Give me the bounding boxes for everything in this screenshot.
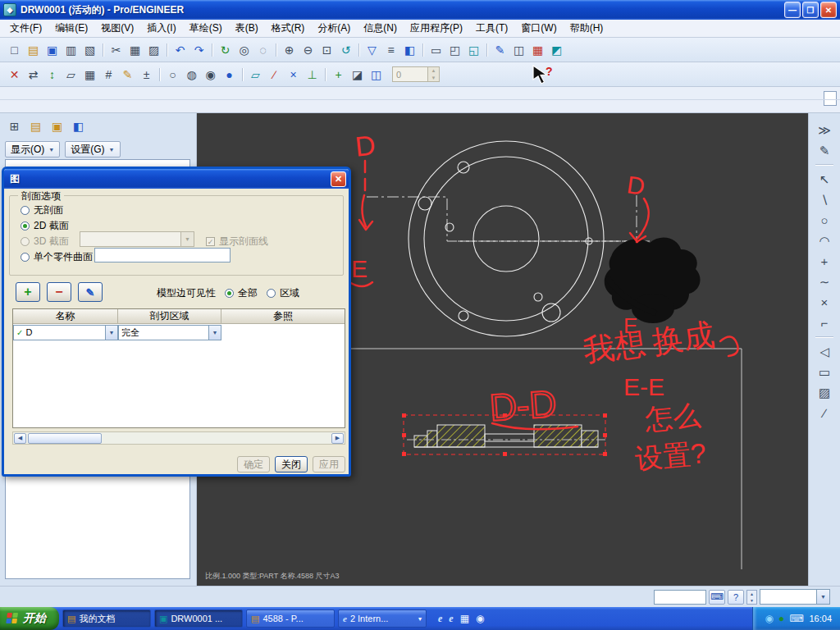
menu-table[interactable]: 表(B) (229, 20, 265, 37)
radio-single-surface[interactable] (21, 253, 30, 262)
copy-icon[interactable]: ▦ (126, 41, 144, 59)
markup-icon[interactable]: ✎ (814, 140, 835, 161)
update-sheets-icon[interactable]: ↕ (43, 66, 62, 84)
column-header-name[interactable]: 名称 (13, 309, 118, 324)
delete-segment-icon[interactable]: × (814, 292, 835, 313)
column-header-region[interactable]: 剖切区域 (118, 309, 221, 324)
zoom-in-icon[interactable]: ⊕ (280, 41, 299, 59)
edit-hatch-button[interactable]: ✎ (78, 282, 103, 302)
task-4588[interactable]: ▤ 4588 - P... (246, 609, 335, 628)
tree-columns-icon[interactable]: ⊞ (5, 117, 24, 135)
new-file-icon[interactable]: □ (5, 41, 24, 59)
filter-combo[interactable]: ▼ (760, 589, 830, 605)
display-dropdown-button[interactable]: 显示(O) ▼ (5, 141, 60, 158)
corner-tool-icon[interactable]: ⌐ (814, 313, 835, 333)
scale-spinner[interactable]: 0 ▲▼ (392, 66, 440, 82)
menu-sketch[interactable]: 草绘(S) (183, 20, 229, 37)
menu-help[interactable]: 帮助(H) (564, 20, 610, 37)
scrollbar-thumb[interactable] (28, 433, 102, 444)
line-tool-icon[interactable]: ∖ (814, 189, 835, 210)
menu-window[interactable]: 窗口(W) (514, 20, 563, 37)
spin-center-icon[interactable]: + (329, 66, 348, 84)
favorites-icon[interactable]: ▣ (48, 117, 66, 135)
cut-icon[interactable]: ✂ (107, 41, 126, 59)
menu-applications[interactable]: 应用程序(P) (404, 20, 469, 37)
mirror-tool-icon[interactable]: ◁ (814, 341, 835, 362)
new-window-icon[interactable]: ◰ (445, 41, 464, 59)
datum-points-icon[interactable]: × (284, 66, 303, 84)
task-my-documents[interactable]: ▤ 我的文档 (62, 609, 151, 628)
radio-visibility-all[interactable] (225, 289, 234, 298)
zoom-out-icon[interactable]: ⊖ (299, 41, 317, 59)
sketcher-tools-icon[interactable]: ✎ (491, 41, 509, 59)
restore-button[interactable]: ❒ (802, 2, 819, 18)
radio-row-none[interactable]: 无剖面 (21, 203, 63, 217)
sketch-icon[interactable]: ✎ (118, 66, 137, 84)
sheet-setup-icon[interactable]: ▱ (62, 66, 80, 84)
section-region-combo[interactable]: 完全 ▼ (118, 325, 221, 340)
ie-icon[interactable]: e (438, 613, 442, 625)
settings-dropdown-button[interactable]: 设置(G) ▼ (65, 141, 120, 158)
repaint-icon[interactable]: ↺ (336, 41, 355, 59)
shaded-icon[interactable]: ● (220, 66, 239, 84)
print-preview-icon[interactable]: ▧ (80, 41, 99, 59)
radio-no-section[interactable] (21, 206, 30, 215)
menu-file[interactable]: 文件(F) (3, 20, 48, 37)
zoom-fit-icon[interactable]: ⊡ (317, 41, 336, 59)
safety-tray-icon[interactable]: ● (778, 613, 784, 624)
menu-view[interactable]: 视图(V) (94, 20, 140, 37)
section-name-combo[interactable]: ✓ D ▼ (13, 325, 118, 340)
hidden-line-icon[interactable]: ◍ (182, 66, 201, 84)
task-drw0001[interactable]: ▣ DRW0001 ... (154, 609, 243, 628)
menu-format[interactable]: 格式(R) (265, 20, 312, 37)
window-icon[interactable]: ▭ (427, 41, 445, 59)
menu-insert[interactable]: 插入(I) (140, 20, 182, 37)
save-icon[interactable]: ▣ (43, 41, 62, 59)
redo-icon[interactable]: ↷ (189, 41, 208, 59)
paste-icon[interactable]: ▨ (144, 41, 163, 59)
grid-icon[interactable]: # (99, 66, 118, 84)
menu-edit[interactable]: 编辑(E) (48, 20, 94, 37)
view-manager-icon[interactable]: ◧ (400, 41, 419, 59)
no-hidden-icon[interactable]: ◉ (201, 66, 220, 84)
wireframe-icon[interactable]: ○ (163, 66, 182, 84)
axis-line-icon[interactable]: ∕ (814, 403, 835, 423)
radio-row-2d[interactable]: 2D 截面 (21, 219, 69, 233)
start-button[interactable]: 开始 (0, 607, 59, 630)
menu-tools[interactable]: 工具(T) (469, 20, 514, 37)
close-dialog-button[interactable]: 关闭 (275, 456, 308, 472)
minimize-button[interactable]: — (784, 2, 801, 18)
search-icon[interactable]: ◎ (235, 41, 253, 59)
overlay-window-icon[interactable]: ◱ (464, 41, 483, 59)
dialog-close-button[interactable]: ✕ (331, 171, 346, 187)
input-tray-icon[interactable]: ⌨ (789, 613, 803, 624)
datum-axes-icon[interactable]: ∕ (265, 66, 284, 84)
status-spinner[interactable]: ▲▼ (746, 590, 757, 605)
status-input[interactable] (654, 590, 706, 605)
drawing-views-icon[interactable]: ◫ (509, 41, 528, 59)
messenger-tray-icon[interactable]: ◉ (765, 613, 773, 624)
delete-icon[interactable]: ✕ (5, 66, 24, 84)
print-icon[interactable]: ▥ (62, 41, 80, 59)
undo-icon[interactable]: ↶ (171, 41, 189, 59)
radio-2d-section[interactable] (21, 221, 30, 231)
scroll-left-icon[interactable]: ◀ (14, 433, 26, 444)
publish-icon[interactable]: ≫ (814, 120, 835, 140)
explorer-icon[interactable]: e (449, 613, 453, 625)
spline-tool-icon[interactable]: ∼ (814, 272, 835, 292)
column-header-reference[interactable]: 参照 (221, 309, 345, 324)
spinner-arrows-icon[interactable]: ▲▼ (428, 66, 440, 82)
section-view[interactable] (407, 425, 605, 447)
table-horizontal-scrollbar[interactable]: ◀ ▶ (12, 431, 345, 445)
menu-analysis[interactable]: 分析(A) (311, 20, 357, 37)
arc-tool-icon[interactable]: ◠ (814, 231, 835, 251)
media-icon[interactable]: ◉ (476, 613, 484, 625)
tolerance-icon[interactable]: ± (137, 66, 156, 84)
task-internet[interactable]: e 2 Intern... ▾ (338, 609, 427, 628)
single-surface-input[interactable] (94, 248, 231, 262)
format-tools-icon[interactable]: ◩ (547, 41, 566, 59)
rectangle-tool-icon[interactable]: ▭ (814, 362, 835, 382)
select-box-icon[interactable]: ◌ (253, 41, 272, 59)
layer-tree-icon[interactable]: ◧ (69, 117, 88, 135)
datum-csys-icon[interactable]: ⊥ (303, 66, 322, 84)
